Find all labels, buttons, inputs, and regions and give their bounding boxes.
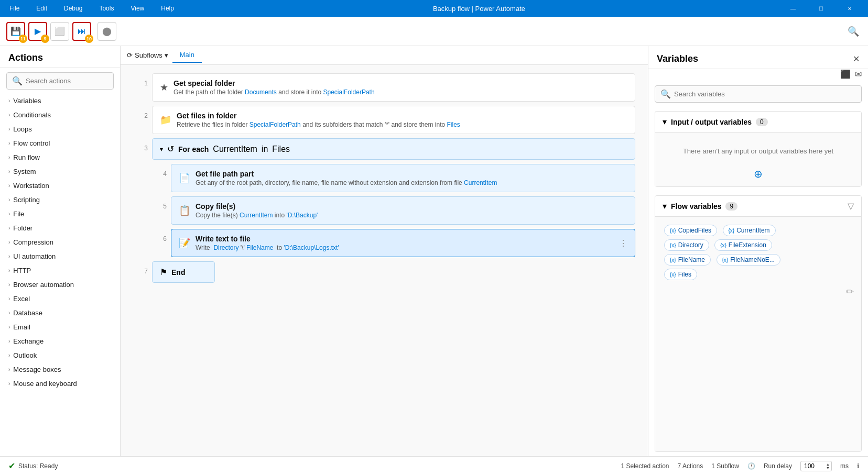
step-card-6[interactable]: 📝 Write text to file Write Directory '\'… (171, 229, 635, 257)
search-button[interactable]: 🔍 (845, 23, 862, 40)
add-variable-button[interactable]: ⊕ (663, 168, 854, 180)
sidebar-item-ui-automation[interactable]: ›UI automation (0, 249, 120, 263)
sidebar-item-system[interactable]: ›System (0, 164, 120, 179)
sidebar-item-mouse-keyboard[interactable]: ›Mouse and keyboard (0, 377, 120, 391)
for-each-card[interactable]: ▾ ↺ For each CurrentItem in Files (152, 138, 635, 160)
var-chip-current-item[interactable]: {x} CurrentItem (723, 225, 776, 236)
actions-panel: Actions 🔍 ›Variables ›Conditionals ›Loop… (0, 46, 121, 456)
layers-icon[interactable]: ⬛ (840, 69, 851, 79)
var-chip-directory[interactable]: {x} Directory (664, 239, 709, 251)
flow-variables-body: {x} CopiedFiles {x} CurrentItem {x} Dire… (655, 216, 861, 451)
step-content-5: Copy file(s) Copy the file(s) CurrentIte… (196, 202, 627, 219)
menu-debug[interactable]: Debug (61, 4, 85, 13)
actions-count-label: 7 Actions (678, 462, 703, 470)
menu-tools[interactable]: Tools (96, 4, 117, 13)
flow-step-6: 6 📝 Write text to file Write Directory '… (152, 229, 635, 257)
vars-close-button[interactable]: ✕ (853, 54, 860, 64)
delay-up-button[interactable]: ▲ (826, 462, 830, 466)
sidebar-item-run-flow[interactable]: ›Run flow (0, 150, 120, 164)
var-directory: Directory (213, 244, 238, 251)
var-chip-filename-no-ext[interactable]: {x} FileNameNoE... (717, 254, 780, 266)
sidebar-item-folder[interactable]: ›Folder (0, 221, 120, 235)
record-button[interactable]: ⬤ (97, 22, 116, 41)
sidebar-item-scripting[interactable]: ›Scripting (0, 193, 120, 207)
flow-step-3: 3 ▾ ↺ For each CurrentItem in Files (133, 138, 635, 160)
sidebar-item-browser-automation[interactable]: ›Browser automation (0, 278, 120, 292)
canvas-area[interactable]: 1 ★ Get special folder Get the path of t… (121, 65, 648, 456)
menu-view[interactable]: View (127, 4, 147, 13)
var-chip-copied-files[interactable]: {x} CopiedFiles (664, 225, 717, 236)
sidebar-item-compression[interactable]: ›Compression (0, 235, 120, 249)
run-button[interactable]: ▶ 9 (28, 22, 47, 41)
var-chip-files[interactable]: {x} Files (664, 269, 697, 280)
actions-search-box[interactable]: 🔍 (6, 72, 114, 90)
more-options-icon[interactable]: ⋮ (619, 238, 627, 248)
save-button[interactable]: 💾 11 (6, 22, 25, 41)
step-card-5[interactable]: 📋 Copy file(s) Copy the file(s) CurrentI… (171, 196, 635, 225)
next-button[interactable]: ⏭ 10 (72, 22, 91, 41)
sidebar-item-conditionals[interactable]: ›Conditionals (0, 108, 120, 122)
io-body: There aren't any input or output variabl… (655, 132, 861, 186)
statusbar: ✔ Status: Ready 1 Selected action 7 Acti… (0, 456, 868, 475)
step-title-6: Write text to file (196, 235, 614, 243)
step-title-4: Get file path part (196, 170, 627, 178)
end-card[interactable]: ⚑ End (152, 261, 215, 283)
menu-edit[interactable]: Edit (33, 4, 50, 13)
var-chip-icon: {x} (722, 257, 729, 263)
flow-step-7: 7 ⚑ End (133, 261, 635, 283)
run-delay-input[interactable]: ▲ ▼ (800, 461, 832, 471)
sidebar-item-exchange[interactable]: ›Exchange (0, 334, 120, 348)
step-desc-2: Retrieve the files in folder SpecialFold… (177, 121, 627, 128)
minimize-button[interactable]: — (781, 0, 805, 17)
io-count-badge: 0 (756, 118, 768, 126)
step-title-2: Get files in folder (177, 112, 627, 120)
window-controls: — ☐ ✕ (781, 0, 862, 17)
var-documents: Documents (245, 89, 277, 96)
step-card-1[interactable]: ★ Get special folder Get the path of the… (152, 73, 635, 102)
erase-icon[interactable]: ✏ (846, 286, 854, 297)
sidebar-item-email[interactable]: ›Email (0, 320, 120, 334)
main-tab[interactable]: Main (172, 48, 202, 63)
sidebar-item-message-boxes[interactable]: ›Message boxes (0, 362, 120, 377)
window-title: Backup flow | Power Automate (433, 5, 525, 13)
menu-help[interactable]: Help (158, 4, 177, 13)
sidebar-item-outlook[interactable]: ›Outlook (0, 348, 120, 362)
info-icon[interactable]: ℹ (857, 462, 860, 470)
vars-header-actions: ✕ (853, 54, 860, 64)
sidebar-item-database[interactable]: ›Database (0, 306, 120, 320)
sidebar-item-http[interactable]: ›HTTP (0, 263, 120, 278)
menu-file[interactable]: File (6, 4, 23, 13)
sidebar-item-file[interactable]: ›File (0, 207, 120, 221)
stop-button[interactable]: ⬜ (50, 22, 69, 41)
vars-search-icon: 🔍 (660, 89, 671, 99)
vars-search-box[interactable]: 🔍 (655, 85, 862, 103)
collapse-icon[interactable]: ▾ (160, 146, 163, 153)
var-chip-filename[interactable]: {x} FileName (664, 254, 711, 266)
folder-icon: 📁 (160, 114, 171, 126)
run-delay-field[interactable] (804, 462, 825, 470)
input-output-header[interactable]: ▾ Input / output variables 0 (655, 112, 861, 132)
sidebar-item-workstation[interactable]: ›Workstation (0, 179, 120, 193)
record-icon: ⬤ (102, 26, 112, 36)
subflows-button[interactable]: ⟳ Subflows ▾ (127, 51, 168, 59)
sidebar-item-loops[interactable]: ›Loops (0, 122, 120, 136)
step-card-4[interactable]: 📄 Get file path part Get any of the root… (171, 164, 635, 192)
var-ci-5: CurrentItem (240, 212, 273, 219)
step-title-1: Get special folder (173, 79, 627, 87)
sidebar-item-variables[interactable]: ›Variables (0, 94, 120, 108)
in-text: in (262, 145, 268, 154)
status-ready: ✔ Status: Ready (8, 461, 58, 471)
maximize-button[interactable]: ☐ (809, 0, 833, 17)
flow-variables-header[interactable]: ▾ Flow variables 9 ▽ (655, 196, 861, 216)
email-icon[interactable]: ✉ (855, 69, 862, 79)
var-chip-file-extension[interactable]: {x} FileExtension (714, 239, 772, 251)
sidebar-item-excel[interactable]: ›Excel (0, 292, 120, 306)
close-button[interactable]: ✕ (838, 0, 862, 17)
filter-icon[interactable]: ▽ (848, 201, 854, 211)
sidebar-item-flow-control[interactable]: ›Flow control (0, 136, 120, 150)
delay-down-button[interactable]: ▼ (826, 466, 830, 470)
step-card-2[interactable]: 📁 Get files in folder Retrieve the files… (152, 106, 635, 134)
vars-search-input[interactable] (674, 90, 856, 98)
actions-search-input[interactable] (26, 77, 108, 85)
step-number-2: 2 (133, 106, 148, 119)
